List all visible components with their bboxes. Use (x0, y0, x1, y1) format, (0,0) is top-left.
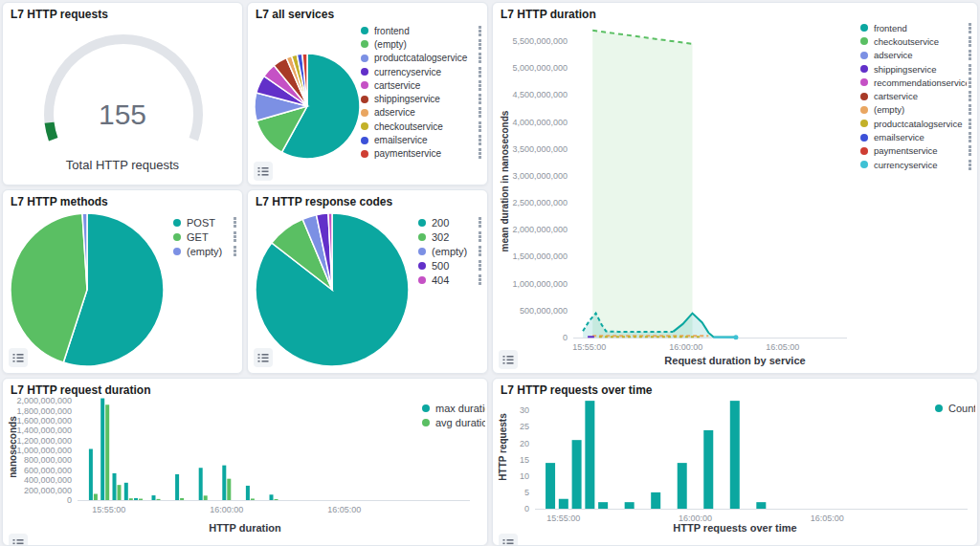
legend-color-dot (860, 147, 868, 155)
legend-item[interactable]: currencyservice (860, 158, 973, 171)
legend-actions-icon[interactable] (477, 106, 483, 119)
bar-avg (139, 499, 143, 500)
svg-text:500,000,000: 500,000,000 (520, 306, 568, 316)
legend-actions-icon[interactable] (232, 245, 238, 257)
legend-actions-icon[interactable] (477, 79, 483, 92)
legend-item[interactable]: GET (173, 229, 238, 244)
legend-actions-icon[interactable] (967, 22, 973, 34)
legend-item[interactable]: 500 (418, 258, 483, 273)
legend-item[interactable]: cartservice (860, 89, 973, 102)
legend-actions-icon[interactable] (477, 245, 483, 257)
legend-item[interactable]: productcatalogservice (361, 52, 483, 65)
svg-text:3,500,000,000: 3,500,000,000 (512, 144, 568, 154)
legend-item[interactable]: recommendationservice (860, 76, 973, 89)
legend-actions-icon[interactable] (232, 230, 238, 243)
legend-item[interactable]: paymentservice (860, 144, 973, 158)
legend-list-icon (502, 354, 514, 365)
legend-item[interactable]: adservice (361, 106, 483, 120)
legend-toggle-button[interactable] (254, 348, 273, 367)
legend-actions-icon[interactable] (967, 103, 973, 116)
legend-item[interactable]: 302 (418, 229, 483, 244)
legend-item[interactable]: 200 (418, 215, 483, 229)
legend-list-icon (12, 352, 24, 363)
legend-item[interactable]: 404 (418, 273, 483, 287)
legend-item[interactable]: shippingservice (361, 92, 483, 105)
legend-actions-icon[interactable] (967, 90, 973, 102)
svg-text:200,000,000: 200,000,000 (24, 486, 72, 495)
legend-item[interactable]: (empty) (361, 37, 483, 51)
legend-item[interactable]: (empty) (418, 244, 483, 258)
legend-actions-icon[interactable] (477, 93, 483, 105)
legend-actions-icon[interactable] (967, 131, 973, 143)
legend-item[interactable]: productcatalogservice (860, 117, 973, 130)
bar-count (572, 440, 582, 509)
legend-toggle-button[interactable] (9, 534, 28, 546)
legend-item[interactable]: frontend (860, 21, 973, 34)
legend-item[interactable]: (empty) (173, 244, 238, 258)
legend-actions-icon[interactable] (477, 259, 483, 272)
legend-item[interactable]: (empty) (860, 103, 973, 117)
legend-label: adservice (374, 107, 477, 118)
legend-item[interactable]: checkoutservice (361, 120, 483, 133)
legend-toggle-button[interactable] (9, 348, 28, 367)
legend-actions-icon[interactable] (967, 118, 973, 130)
legend-actions-icon[interactable] (967, 144, 973, 157)
legend-item[interactable]: frontend (361, 24, 483, 37)
legend-label: shippingservice (874, 64, 967, 75)
legend-label: 200 (432, 217, 477, 229)
legend-actions-icon[interactable] (967, 76, 973, 89)
legend-actions-icon[interactable] (967, 159, 973, 171)
legend-item[interactable]: shippingservice (860, 62, 973, 76)
legend-toggle-button[interactable] (254, 162, 273, 181)
legend-label: paymentservice (874, 145, 967, 156)
legend-item[interactable]: paymentservice (361, 147, 483, 161)
legend-item[interactable]: adservice (860, 49, 973, 62)
svg-text:1,600,000,000: 1,600,000,000 (16, 416, 72, 426)
legend-actions-icon[interactable] (477, 134, 483, 146)
legend-color-dot (422, 404, 430, 412)
legend-actions-icon[interactable] (477, 147, 483, 160)
legend-actions-icon[interactable] (477, 230, 483, 243)
legend-actions-icon[interactable] (477, 25, 483, 37)
x-axis-title: HTTP requests over time (493, 522, 977, 534)
legend-actions-icon[interactable] (477, 38, 483, 51)
svg-text:1,000,000,000: 1,000,000,000 (16, 446, 72, 455)
legend: 200302(empty)500404 (418, 215, 483, 287)
legend-actions-icon[interactable] (967, 49, 973, 61)
legend-toggle-button[interactable] (499, 534, 518, 546)
legend-item[interactable]: POST (173, 215, 238, 229)
legend-item[interactable]: Count (935, 401, 975, 415)
legend-label: (empty) (432, 246, 477, 257)
legend-actions-icon[interactable] (477, 273, 483, 286)
legend-item[interactable]: currencyservice (361, 65, 483, 78)
bar-avg (180, 498, 184, 500)
svg-text:16:05:00: 16:05:00 (327, 505, 361, 514)
legend-actions-icon[interactable] (967, 63, 973, 76)
legend-actions-icon[interactable] (477, 52, 483, 64)
legend-actions-icon[interactable] (477, 216, 483, 229)
legend-item[interactable]: avg duration (422, 415, 485, 429)
legend-item[interactable]: emailservice (860, 130, 973, 143)
legend-color-dot (361, 81, 368, 89)
legend: POSTGET(empty) (173, 215, 238, 258)
bar-avg (129, 498, 133, 500)
bar-avg (105, 404, 109, 500)
panel-title: L7 HTTP requests over time (501, 383, 653, 397)
legend-label: (empty) (187, 246, 232, 257)
legend-label: currencyservice (374, 67, 477, 77)
legend-item[interactable]: emailservice (361, 133, 483, 146)
legend-actions-icon[interactable] (967, 35, 973, 48)
legend-actions-icon[interactable] (232, 216, 238, 229)
panel-title: L7 HTTP response codes (256, 195, 392, 208)
legend-toggle-button[interactable] (499, 350, 518, 369)
svg-text:400,000,000: 400,000,000 (24, 475, 72, 485)
legend-item[interactable]: cartservice (361, 78, 483, 92)
bar-avg (227, 479, 231, 500)
legend-actions-icon[interactable] (477, 120, 483, 133)
panel-http-duration: L7 HTTP duration 0500,000,0001,000,000,0… (492, 2, 978, 374)
legend-actions-icon[interactable] (477, 66, 483, 78)
legend-item[interactable]: checkoutservice (860, 34, 973, 48)
legend-item[interactable]: max duration (422, 401, 485, 415)
svg-text:15: 15 (520, 455, 529, 465)
panel-title: L7 HTTP duration (501, 8, 596, 21)
